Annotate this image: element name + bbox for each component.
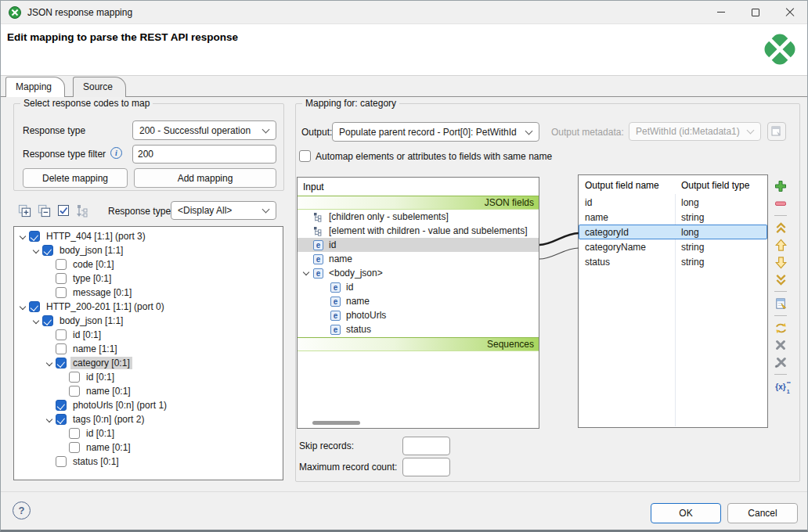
checkbox-unchecked[interactable]	[56, 273, 67, 284]
help-button[interactable]: ?	[13, 501, 31, 519]
checkbox-checked[interactable]	[42, 315, 53, 326]
table-row[interactable]: status string	[579, 254, 767, 269]
display-filter-select[interactable]: <Display All>	[171, 201, 276, 220]
tab-mapping[interactable]: Mapping	[5, 77, 65, 97]
tree-item[interactable]: photoUrls [0:n] (port 1)	[14, 398, 283, 412]
divider	[774, 315, 787, 316]
tree-item[interactable]: id [0:1]	[14, 370, 283, 384]
checkbox-checked[interactable]	[42, 245, 53, 256]
response-type-label: Response type	[23, 125, 85, 136]
table-row[interactable]: name string	[579, 210, 767, 225]
input-item[interactable]: e name	[298, 294, 539, 308]
collapse-all-button[interactable]	[35, 202, 52, 219]
arrow-up-icon	[774, 239, 788, 252]
input-item[interactable]: e photoUrls	[298, 308, 539, 322]
chevron-down-icon[interactable]	[31, 245, 42, 257]
input-item[interactable]: e id	[298, 280, 539, 294]
output-select[interactable]: Populate parent record - Port[0]: PetWit…	[332, 122, 539, 142]
checkbox-unchecked[interactable]	[56, 456, 67, 467]
move-bottom-button[interactable]	[774, 272, 788, 286]
checkbox-unchecked[interactable]	[69, 386, 80, 397]
add-field-button[interactable]	[774, 179, 788, 193]
tab-source[interactable]: Source	[73, 77, 126, 97]
table-row[interactable]: id long	[579, 195, 767, 210]
chevron-down-icon[interactable]	[44, 414, 56, 426]
checkbox-checked[interactable]	[56, 414, 67, 425]
checkbox-unchecked[interactable]	[56, 259, 67, 270]
input-item[interactable]: [element with children - value and subel…	[298, 224, 539, 238]
tree-item[interactable]: name [1:1]	[14, 342, 283, 356]
delete-mapping-button[interactable]: Delete mapping	[23, 168, 128, 188]
response-type-select[interactable]: 200 - Successful operation	[132, 120, 276, 140]
tree-item[interactable]: HTTP_404 [1:1] (port 3)	[14, 229, 283, 243]
move-top-button[interactable]	[774, 221, 788, 235]
remove-icon	[774, 197, 787, 210]
add-mapping-button[interactable]: Add mapping	[134, 168, 276, 188]
clover-app-icon	[9, 6, 21, 19]
ok-button[interactable]: OK	[651, 503, 721, 523]
clear-mapping-button[interactable]	[774, 338, 788, 352]
checkbox-checked[interactable]	[56, 358, 67, 368]
expand-all-button[interactable]	[16, 202, 33, 219]
checkbox-unchecked[interactable]	[69, 442, 80, 453]
tree-item[interactable]: body_json [1:1]	[14, 314, 283, 328]
chevron-down-icon[interactable]	[301, 267, 312, 279]
max-record-count-input[interactable]	[402, 458, 450, 476]
automap-button[interactable]	[774, 321, 788, 335]
input-item-selected[interactable]: e id	[298, 238, 539, 252]
input-panel[interactable]: Input JSON fields [children only - subel…	[297, 177, 539, 429]
checkbox-unchecked[interactable]	[56, 329, 67, 340]
xpath-expression-button[interactable]: {x}∞1	[774, 379, 788, 394]
checkbox-unchecked[interactable]	[56, 287, 67, 298]
tree-item-selected[interactable]: category [0:1]	[14, 356, 283, 370]
chevron-down-icon[interactable]	[44, 358, 56, 369]
table-row[interactable]: categoryName string	[579, 239, 767, 254]
tree-order-button[interactable]	[74, 202, 91, 219]
element-icon: e	[313, 254, 323, 264]
chevron-down-icon[interactable]	[17, 231, 29, 243]
tree-item[interactable]: code [0:1]	[14, 257, 283, 271]
tree-item[interactable]: name [0:1]	[14, 384, 283, 398]
info-icon[interactable]: i	[110, 147, 122, 159]
edit-record-button[interactable]	[774, 297, 788, 311]
check-selected-button[interactable]	[55, 202, 72, 219]
skip-records-input[interactable]	[402, 437, 450, 455]
maximize-button[interactable]	[738, 1, 773, 24]
automap-checkbox[interactable]	[299, 150, 311, 162]
tree-item[interactable]: type [0:1]	[14, 271, 283, 286]
tree-item[interactable]: body_json [1:1]	[14, 243, 283, 257]
input-item[interactable]: e status	[298, 322, 539, 336]
checkbox-checked[interactable]	[29, 301, 40, 312]
response-type-filter-label: Response type filter	[23, 149, 106, 160]
tree-item[interactable]: tags [0:n] (port 2)	[14, 412, 283, 426]
horizontal-scrollbar[interactable]	[312, 421, 360, 425]
clear-all-mappings-button[interactable]	[774, 355, 788, 369]
tree-item[interactable]: status [0:1]	[14, 455, 283, 469]
table-header: Output field name Output field type	[579, 175, 767, 195]
input-item[interactable]: e name	[298, 252, 539, 266]
checkbox-unchecked[interactable]	[69, 372, 80, 383]
tree-item[interactable]: id [0:1]	[14, 328, 283, 342]
tree-item[interactable]: HTTP_200-201 [1:1] (port 0)	[14, 300, 283, 314]
close-button[interactable]	[773, 1, 807, 24]
output-fields-table[interactable]: Output field name Output field type id l…	[578, 174, 768, 428]
move-up-button[interactable]	[774, 238, 788, 252]
minimize-button[interactable]	[704, 1, 738, 24]
response-type-filter-input[interactable]	[132, 145, 276, 164]
cancel-button[interactable]: Cancel	[727, 503, 798, 523]
table-row-selected[interactable]: categoryId long	[579, 225, 767, 239]
input-item[interactable]: [children only - subelements]	[298, 210, 539, 224]
checkbox-checked[interactable]	[56, 400, 67, 411]
chevron-down-icon[interactable]	[17, 301, 29, 313]
response-tree[interactable]: HTTP_404 [1:1] (port 3) body_json [1:1] …	[13, 226, 283, 480]
remove-field-button[interactable]	[774, 196, 788, 210]
tree-item[interactable]: id [0:1]	[14, 426, 283, 440]
move-down-button[interactable]	[774, 255, 788, 269]
input-item[interactable]: e <body_json>	[298, 266, 539, 280]
checkbox-unchecked[interactable]	[56, 343, 67, 354]
tree-item[interactable]: name [0:1]	[14, 440, 283, 455]
chevron-down-icon[interactable]	[31, 315, 42, 327]
checkbox-checked[interactable]	[29, 231, 40, 242]
checkbox-unchecked[interactable]	[69, 428, 80, 439]
tree-item[interactable]: message [0:1]	[14, 286, 283, 300]
